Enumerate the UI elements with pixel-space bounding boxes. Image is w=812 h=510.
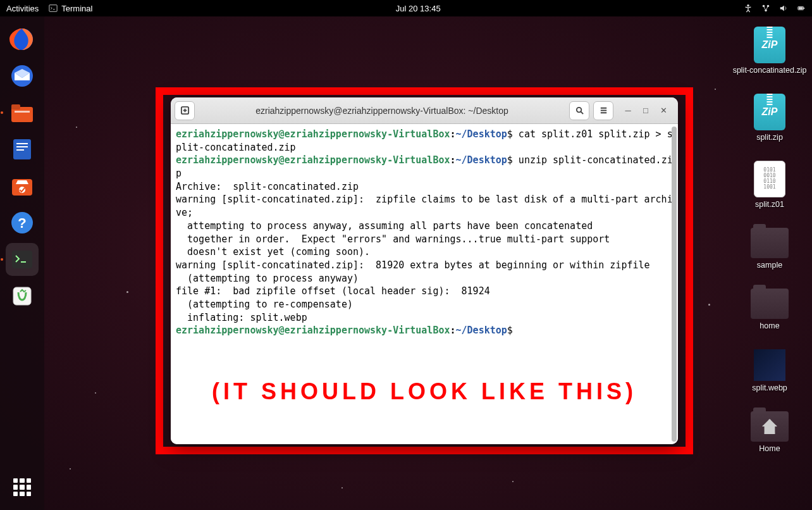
terminal-titlebar[interactable]: ezriahzippernowsky@ezriahzippernowsky-Vi… [171,97,678,124]
dock: ? [0,16,44,510]
zip-icon: ZiP [754,27,785,63]
menu-button[interactable] [593,101,613,120]
dock-trash[interactable] [6,280,39,313]
desktop-icon-split-z01[interactable]: 0101 0010 0110 1001split.z01 [754,161,785,209]
desktop-icon-label: home [760,321,779,330]
svg-rect-0 [49,5,57,12]
desktop-icon-label: split.z01 [755,200,784,209]
accessibility-icon [744,4,753,13]
dock-terminal[interactable] [6,243,39,276]
terminal-output-line: warning [split-concatinated.zip]: 81920 … [176,259,673,272]
clock[interactable]: Jul 20 13:45 [396,4,441,13]
desktop-icon-split-concatinated-zip[interactable]: ZiPsplit-concatinated.zip [733,27,807,75]
svg-rect-16 [16,149,24,151]
desktop-icons: ZiPsplit-concatinated.zipZiPsplit.zip010… [731,27,808,453]
desktop-icon-Home[interactable]: Home [751,411,789,453]
webp-icon [754,349,785,381]
svg-rect-7 [799,7,803,9]
terminal-output-line: warning [split-concatinated.zip]: zipfil… [176,193,673,219]
desktop-icon-label: split-concatinated.zip [733,66,807,75]
dock-writer[interactable] [6,133,39,166]
system-tray[interactable] [744,4,806,13]
desktop-icon-label: Home [759,444,780,453]
terminal-prompt-line: ezriahzippernowsky@ezriahzippernowsky-Vi… [176,324,673,337]
desktop-icon-split-webp[interactable]: split.webp [752,349,787,392]
terminal-app-icon [49,4,58,13]
dock-thunderbird[interactable] [6,59,39,92]
search-button[interactable] [569,101,589,120]
show-applications[interactable] [6,471,39,504]
txt-icon: 0101 0010 0110 1001 [754,161,785,197]
new-tab-button[interactable] [175,101,195,120]
svg-point-24 [576,108,581,113]
volume-icon [779,4,788,13]
folder-icon [751,228,789,258]
active-app-indicator[interactable]: Terminal [49,4,92,13]
svg-rect-6 [803,8,804,9]
desktop-icon-sample[interactable]: sample [751,228,789,270]
svg-rect-12 [15,111,30,113]
terminal-title: ezriahzippernowsky@ezriahzippernowsky-Vi… [199,106,565,116]
folder-home-icon [751,411,789,442]
terminal-output-line: doesn't exist yet (coming soon). [176,246,673,259]
svg-rect-15 [16,146,28,147]
svg-rect-14 [16,143,28,144]
desktop-icon-home[interactable]: home [751,289,789,330]
dock-files[interactable] [6,96,39,129]
annotation-text: (IT SHOULD LOOK LIKE THIS) [171,378,678,405]
minimize-button[interactable]: ─ [624,106,632,115]
dock-software[interactable] [6,170,39,202]
svg-rect-21 [12,251,32,268]
terminal-output-line: attempting to process anyway, assuming a… [176,220,673,233]
svg-text:?: ? [18,215,26,231]
svg-point-1 [747,4,749,7]
terminal-output-line: (attempting to re-compensate) [176,298,673,311]
terminal-output-line: file #1: bad zipfile offset (local heade… [176,285,673,298]
battery-icon [797,4,806,13]
maximize-button[interactable]: □ [641,106,650,115]
folder-icon [751,289,789,319]
desktop-icon-split-zip[interactable]: ZiPsplit.zip [754,94,785,142]
terminal-prompt-line: ezriahzippernowsky@ezriahzippernowsky-Vi… [176,154,673,180]
close-button[interactable]: ✕ [659,106,668,115]
svg-rect-11 [11,104,20,109]
terminal-prompt-line: ezriahzippernowsky@ezriahzippernowsky-Vi… [176,128,673,154]
terminal-output-line: (attempting to process anyway) [176,272,673,285]
terminal-output-line: inflating: split.webp [176,311,673,325]
dock-help[interactable]: ? [6,206,39,239]
terminal-window: ezriahzippernowsky@ezriahzippernowsky-Vi… [171,97,678,444]
terminal-output-line: Archive: split-concatinated.zip [176,180,673,194]
top-bar: Activities Terminal Jul 20 13:45 [0,0,812,16]
desktop-icon-label: split.webp [752,383,787,392]
zip-icon: ZiP [754,94,785,130]
desktop-icon-label: sample [757,261,782,270]
active-app-name: Terminal [61,4,92,13]
terminal-output-line: together in order. Expect "errors" and w… [176,233,673,246]
dock-firefox[interactable] [6,23,39,56]
activities-button[interactable]: Activities [6,4,39,13]
network-icon [761,4,770,13]
desktop-icon-label: split.zip [756,133,783,142]
